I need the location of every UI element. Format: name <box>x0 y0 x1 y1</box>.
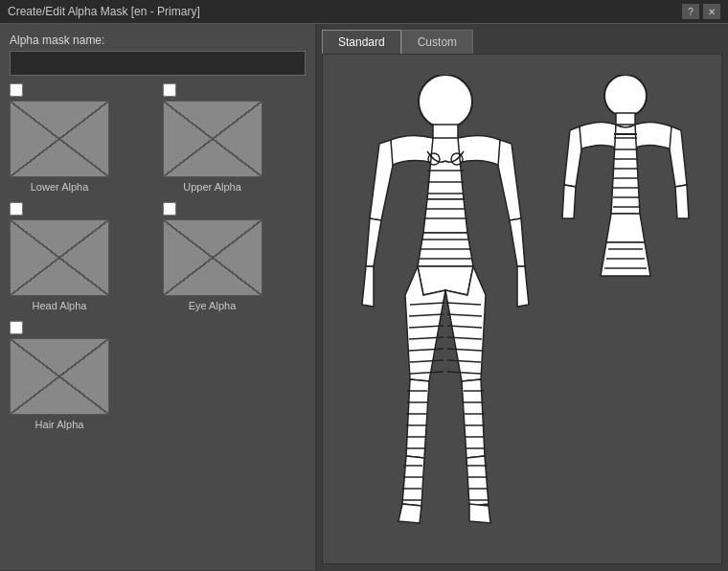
right-panel: Standard Custom <box>316 24 728 570</box>
close-button[interactable]: ✕ <box>703 4 720 19</box>
mask-checkbox-upper-alpha[interactable] <box>163 83 176 97</box>
mask-checkbox-eye-alpha[interactable] <box>163 202 176 216</box>
masks-grid: Lower Alpha Upper Alpha Head Alpha <box>10 83 306 430</box>
svg-point-46 <box>604 75 647 117</box>
mask-label-head-alpha: Head Alpha <box>10 300 109 311</box>
mask-checkbox-lower-alpha[interactable] <box>10 83 23 97</box>
alpha-name-label: Alpha mask name: <box>10 34 306 47</box>
mask-label-lower-alpha: Lower Alpha <box>10 181 109 193</box>
mask-item-upper-alpha: Upper Alpha <box>163 83 307 193</box>
mask-thumbnail-hair-alpha[interactable] <box>10 338 109 415</box>
mask-thumbnail-eye-alpha[interactable] <box>163 219 262 296</box>
mask-checkbox-hair-alpha[interactable] <box>10 321 23 334</box>
title-bar: Create/Edit Alpha Mask [en - Primary] ? … <box>0 0 728 24</box>
mask-item-eye-alpha: Eye Alpha <box>163 202 307 311</box>
main-content: Alpha mask name: Lower Alpha Upper Alpha <box>0 24 728 570</box>
back-body-figure <box>558 75 693 400</box>
left-panel: Alpha mask name: Lower Alpha Upper Alpha <box>0 24 316 570</box>
tab-custom[interactable]: Custom <box>401 30 473 54</box>
window-title: Create/Edit Alpha Mask [en - Primary] <box>8 5 200 18</box>
mask-header-lower-alpha <box>10 83 23 97</box>
mask-label-eye-alpha: Eye Alpha <box>163 300 262 311</box>
mask-header-hair-alpha <box>10 321 23 334</box>
alpha-name-row: Alpha mask name: <box>10 34 306 76</box>
tab-standard[interactable]: Standard <box>322 30 401 54</box>
front-body-figure <box>353 75 539 544</box>
mask-item-head-alpha: Head Alpha <box>10 202 153 311</box>
mask-thumbnail-head-alpha[interactable] <box>10 219 109 296</box>
mask-thumbnail-lower-alpha[interactable] <box>10 101 109 177</box>
title-bar-buttons: ? ✕ <box>682 4 720 19</box>
svg-point-0 <box>419 75 472 128</box>
body-figures <box>343 65 702 554</box>
tabs-bar: Standard Custom <box>316 24 728 54</box>
mask-item-hair-alpha: Hair Alpha <box>10 321 153 430</box>
mask-label-hair-alpha: Hair Alpha <box>10 419 109 430</box>
alpha-name-input[interactable] <box>10 51 306 76</box>
preview-area <box>322 54 722 564</box>
mask-thumbnail-upper-alpha[interactable] <box>163 101 262 177</box>
help-button[interactable]: ? <box>682 4 699 19</box>
mask-checkbox-head-alpha[interactable] <box>10 202 23 216</box>
mask-header-upper-alpha <box>163 83 176 97</box>
mask-header-eye-alpha <box>163 202 176 216</box>
mask-label-upper-alpha: Upper Alpha <box>163 181 262 193</box>
mask-header-head-alpha <box>10 202 23 216</box>
mask-item-lower-alpha: Lower Alpha <box>10 83 153 193</box>
